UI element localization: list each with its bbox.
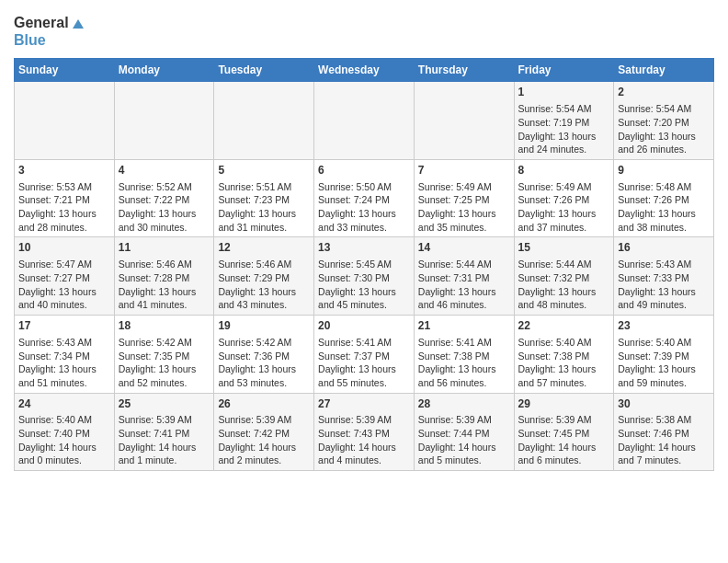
- day-content: Sunset: 7:36 PM: [218, 350, 310, 363]
- logo-text: General Blue: [14, 14, 84, 49]
- day-number: 24: [18, 396, 110, 412]
- day-content: and 5 minutes.: [418, 454, 510, 467]
- day-number: 15: [518, 240, 610, 256]
- day-content: Sunset: 7:22 PM: [119, 193, 210, 207]
- calendar-cell: 10Sunrise: 5:47 AMSunset: 7:27 PMDayligh…: [15, 237, 115, 316]
- day-content: Sunrise: 5:49 AM: [518, 180, 610, 194]
- calendar-cell: [314, 82, 415, 160]
- day-content: Sunset: 7:31 PM: [418, 271, 510, 285]
- day-content: Sunrise: 5:46 AM: [218, 258, 310, 271]
- calendar-week-row: 24Sunrise: 5:40 AMSunset: 7:40 PMDayligh…: [15, 393, 714, 471]
- day-content: and 57 minutes.: [518, 376, 610, 390]
- calendar-cell: 26Sunrise: 5:39 AMSunset: 7:42 PMDayligh…: [214, 393, 314, 471]
- day-content: Sunset: 7:29 PM: [218, 271, 310, 285]
- day-content: Sunrise: 5:53 AM: [18, 180, 110, 194]
- day-content: Sunrise: 5:40 AM: [518, 336, 610, 350]
- day-content: Daylight: 13 hours: [618, 130, 710, 144]
- calendar-cell: 11Sunrise: 5:46 AMSunset: 7:28 PMDayligh…: [114, 237, 214, 316]
- day-content: Sunrise: 5:45 AM: [318, 258, 410, 271]
- calendar-cell: 24Sunrise: 5:40 AMSunset: 7:40 PMDayligh…: [15, 393, 115, 471]
- day-content: Sunset: 7:19 PM: [518, 116, 610, 130]
- calendar-cell: 14Sunrise: 5:44 AMSunset: 7:31 PMDayligh…: [414, 237, 514, 316]
- calendar-cell: 25Sunrise: 5:39 AMSunset: 7:41 PMDayligh…: [114, 393, 214, 471]
- day-number: 25: [119, 396, 210, 412]
- calendar-table: SundayMondayTuesdayWednesdayThursdayFrid…: [14, 58, 714, 471]
- day-content: and 6 minutes.: [518, 454, 610, 467]
- day-content: Daylight: 13 hours: [218, 285, 310, 299]
- day-content: Sunset: 7:38 PM: [418, 350, 510, 363]
- day-content: Daylight: 13 hours: [618, 362, 710, 376]
- day-content: Daylight: 14 hours: [119, 441, 210, 454]
- day-content: Sunset: 7:45 PM: [518, 427, 610, 441]
- day-content: and 49 minutes.: [618, 298, 710, 312]
- day-content: Daylight: 13 hours: [18, 207, 110, 221]
- calendar-cell: 16Sunrise: 5:43 AMSunset: 7:33 PMDayligh…: [614, 237, 714, 316]
- day-content: Sunset: 7:41 PM: [119, 427, 210, 441]
- day-content: Sunset: 7:44 PM: [418, 427, 510, 441]
- day-content: Daylight: 13 hours: [119, 207, 210, 221]
- day-number: 19: [218, 318, 310, 334]
- day-content: Daylight: 14 hours: [18, 441, 110, 454]
- day-content: and 38 minutes.: [618, 221, 710, 235]
- day-content: Sunrise: 5:42 AM: [119, 336, 210, 350]
- day-content: Daylight: 13 hours: [418, 285, 510, 299]
- calendar-cell: 15Sunrise: 5:44 AMSunset: 7:32 PMDayligh…: [514, 237, 614, 316]
- day-content: Daylight: 14 hours: [318, 441, 410, 454]
- logo: General Blue: [14, 14, 84, 49]
- day-content: Daylight: 13 hours: [518, 362, 610, 376]
- calendar-cell: 13Sunrise: 5:45 AMSunset: 7:30 PMDayligh…: [314, 237, 415, 316]
- day-content: Sunset: 7:26 PM: [518, 193, 610, 207]
- day-content: Sunset: 7:28 PM: [119, 271, 210, 285]
- day-content: Sunrise: 5:49 AM: [418, 180, 510, 194]
- day-number: 5: [218, 163, 310, 178]
- header-row: SundayMondayTuesdayWednesdayThursdayFrid…: [15, 59, 714, 82]
- calendar-cell: 9Sunrise: 5:48 AMSunset: 7:26 PMDaylight…: [614, 159, 714, 237]
- calendar-cell: 27Sunrise: 5:39 AMSunset: 7:43 PMDayligh…: [314, 393, 415, 471]
- day-content: Sunset: 7:40 PM: [18, 427, 110, 441]
- day-content: Sunrise: 5:39 AM: [119, 413, 210, 427]
- calendar-cell: 29Sunrise: 5:39 AMSunset: 7:45 PMDayligh…: [514, 393, 614, 471]
- day-content: and 24 minutes.: [518, 143, 610, 156]
- day-content: and 40 minutes.: [18, 298, 110, 312]
- day-content: and 55 minutes.: [318, 376, 410, 390]
- day-content: Sunset: 7:26 PM: [618, 193, 710, 207]
- day-content: Daylight: 13 hours: [318, 285, 410, 299]
- day-content: Sunset: 7:27 PM: [18, 271, 110, 285]
- day-content: and 51 minutes.: [18, 376, 110, 390]
- day-content: Sunset: 7:32 PM: [518, 271, 610, 285]
- day-content: and 56 minutes.: [418, 376, 510, 390]
- day-content: Sunrise: 5:44 AM: [418, 258, 510, 271]
- day-content: and 43 minutes.: [218, 298, 310, 312]
- day-content: Sunrise: 5:41 AM: [318, 336, 410, 350]
- day-content: Daylight: 13 hours: [318, 362, 410, 376]
- day-content: Sunrise: 5:50 AM: [318, 180, 410, 194]
- day-content: Sunrise: 5:46 AM: [119, 258, 210, 271]
- calendar-cell: 12Sunrise: 5:46 AMSunset: 7:29 PMDayligh…: [214, 237, 314, 316]
- header: General Blue: [14, 14, 714, 49]
- weekday-header: Saturday: [614, 59, 714, 82]
- day-number: 8: [518, 163, 610, 178]
- day-content: Sunrise: 5:54 AM: [618, 102, 710, 116]
- day-content: Daylight: 13 hours: [618, 207, 710, 221]
- day-content: and 52 minutes.: [119, 376, 210, 390]
- day-content: and 37 minutes.: [518, 221, 610, 235]
- day-content: Sunset: 7:46 PM: [618, 427, 710, 441]
- day-content: Sunrise: 5:39 AM: [518, 413, 610, 427]
- day-content: Daylight: 14 hours: [218, 441, 310, 454]
- day-content: Daylight: 14 hours: [518, 441, 610, 454]
- day-content: Sunset: 7:24 PM: [318, 193, 410, 207]
- day-content: Sunrise: 5:39 AM: [418, 413, 510, 427]
- weekday-header: Monday: [114, 59, 214, 82]
- day-content: Sunrise: 5:54 AM: [518, 102, 610, 116]
- day-content: and 30 minutes.: [119, 221, 210, 235]
- day-content: Daylight: 13 hours: [418, 362, 510, 376]
- day-content: and 2 minutes.: [218, 454, 310, 467]
- day-content: Daylight: 13 hours: [418, 207, 510, 221]
- day-content: and 0 minutes.: [18, 454, 110, 467]
- day-content: Daylight: 13 hours: [318, 207, 410, 221]
- day-content: and 41 minutes.: [119, 298, 210, 312]
- day-content: and 7 minutes.: [618, 454, 710, 467]
- calendar-cell: 6Sunrise: 5:50 AMSunset: 7:24 PMDaylight…: [314, 159, 415, 237]
- calendar-cell: [214, 82, 314, 160]
- calendar-cell: [114, 82, 214, 160]
